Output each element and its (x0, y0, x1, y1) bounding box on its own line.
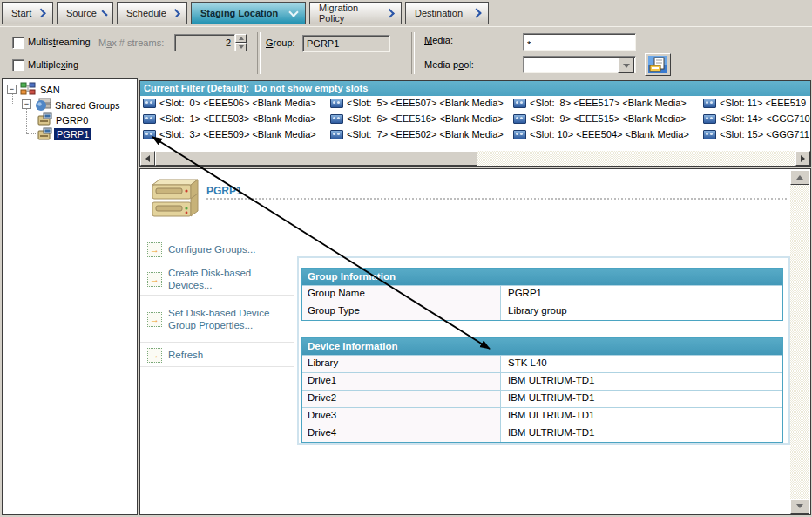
tab-staging-location[interactable]: Staging Location (191, 2, 306, 24)
slot-item[interactable]: <Slot: 8> <EEE517> <Blank Media> (513, 98, 687, 108)
table-row: Drive4 IBM ULTRIUM-TD1 (302, 425, 782, 442)
link-separator (140, 262, 294, 262)
horizontal-scrollbar[interactable] (140, 151, 810, 166)
scroll-left-icon[interactable] (140, 151, 155, 166)
set-disk-group-properties-link[interactable]: → Set Disk-based Device Group Properties… (142, 298, 288, 340)
table-row: Group Name PGRP1 (302, 285, 782, 303)
chevron-right-icon (172, 9, 180, 17)
slot-item[interactable]: <Slot: 10> <EEE504> <Blank Media> (513, 129, 689, 139)
slot-item[interactable]: <Slot: 5> <EEE507> <Blank Media> (330, 98, 504, 108)
link-separator (140, 366, 294, 367)
options-toolbar: Multistreaming Multiplexing Max # stream… (0, 26, 812, 79)
slot-item[interactable]: <Slot: 14> <GGG710 (703, 113, 810, 124)
document-folder-icon (648, 56, 667, 73)
media-pool-dropdown[interactable] (523, 56, 636, 73)
slot-item[interactable]: <Slot: 1> <EEE503> <Blank Media> (143, 113, 316, 124)
scroll-up-icon[interactable] (790, 170, 809, 185)
slot-item[interactable]: <Slot: 9> <EEE515> <Blank Media> (513, 113, 687, 124)
device-group-icon (37, 112, 53, 126)
media-cassette-icon (143, 99, 156, 108)
media-cassette-icon (513, 130, 526, 139)
media-cassette-icon (513, 99, 526, 108)
table-row: Library STK L40 (302, 355, 782, 372)
chevron-right-icon (471, 8, 481, 17)
action-arrow-icon: → (147, 348, 162, 363)
max-streams-input[interactable]: 2 (174, 34, 235, 51)
media-cassette-icon (330, 130, 343, 139)
toolbar-separator (411, 32, 415, 74)
slots-list-panel: Current Filter (Default): Do not show em… (139, 80, 811, 167)
chevron-right-icon (385, 9, 395, 18)
dropdown-arrow-icon[interactable] (618, 58, 634, 73)
table-row: Drive3 IBM ULTRIUM-TD1 (302, 407, 782, 425)
table-row: Drive2 IBM ULTRIUM-TD1 (302, 390, 782, 407)
tab-start[interactable]: Start (2, 2, 53, 24)
media-cassette-icon (703, 99, 716, 108)
scroll-down-icon[interactable] (790, 499, 809, 514)
scrollbar-thumb[interactable] (155, 151, 477, 166)
chevron-down-icon (288, 7, 298, 17)
collapse-toggle[interactable]: − (7, 85, 17, 94)
create-disk-devices-link[interactable]: → Create Disk-based Devices... (142, 265, 288, 293)
multistreaming-checkbox[interactable] (12, 37, 24, 49)
san-network-icon (20, 82, 37, 96)
tree-connector (27, 133, 36, 134)
vertical-scrollbar[interactable] (790, 170, 809, 514)
group-field: PGRP1 (302, 35, 390, 52)
tab-label: Source (66, 8, 97, 18)
tab-label: Start (11, 8, 31, 18)
title-divider (206, 198, 787, 200)
shared-groups-icon (35, 97, 52, 112)
group-title: PGRP1 (206, 185, 242, 197)
tree-item-pgrp0[interactable]: PGRP0 (56, 115, 88, 126)
tree-item-pgrp1-selected[interactable]: PGRP1 (54, 128, 91, 140)
tab-migration-policy[interactable]: Migration Policy (309, 2, 402, 24)
device-group-icon (37, 127, 53, 141)
tree-connector (26, 108, 27, 134)
tree-item-shared-groups[interactable]: Shared Groups (55, 100, 120, 111)
slot-item[interactable]: <Slot: 15> <GGG711 (703, 129, 809, 139)
media-input-value[interactable] (527, 37, 633, 51)
tab-label: Schedule (126, 8, 166, 18)
link-separator (140, 295, 294, 296)
max-streams-stepper[interactable] (235, 34, 247, 51)
group-information-table: Group Information Group Name PGRP1 Group… (301, 268, 783, 321)
action-arrow-icon: → (147, 242, 162, 257)
tree-item-san[interactable]: SAN (40, 85, 60, 95)
media-cassette-icon (703, 114, 716, 124)
slot-item[interactable]: <Slot: 0> <EEE506> <Blank Media> (143, 98, 316, 108)
tree-connector (12, 93, 13, 104)
tab-destination[interactable]: Destination (405, 2, 489, 24)
slot-item[interactable]: <Slot: 11> <EEE519 (703, 98, 806, 108)
media-input[interactable] (523, 33, 636, 51)
scroll-right-icon[interactable] (795, 151, 810, 166)
tree-connector (27, 119, 36, 119)
group-label: Group: (266, 37, 295, 48)
media-pool-browse-button[interactable] (645, 53, 671, 76)
configure-groups-link[interactable]: → Configure Groups... (142, 239, 288, 260)
drive-stack-icon (147, 178, 203, 221)
spin-up-icon[interactable] (235, 34, 247, 43)
refresh-link[interactable]: → Refresh (142, 345, 288, 364)
slot-item[interactable]: <Slot: 7> <EEE502> <Blank Media> (330, 129, 504, 139)
group-detail-pane: PGRP1 → Configure Groups... → Create Dis… (139, 168, 811, 515)
toolbar-separator (257, 32, 261, 74)
media-pool-label: Media pool: (424, 59, 474, 70)
media-cassette-icon (513, 114, 526, 124)
media-label: Media: (424, 35, 453, 45)
table-header: Group Information (302, 269, 782, 285)
slot-item[interactable]: <Slot: 3> <EEE509> <Blank Media> (143, 129, 316, 139)
wizard-tab-bar: Start Source Schedule Staging Location M… (0, 0, 812, 26)
device-information-table: Device Information Library STK L40 Drive… (301, 337, 783, 443)
tab-source[interactable]: Source (57, 2, 113, 24)
tab-schedule[interactable]: Schedule (117, 2, 187, 24)
multistreaming-label: Multistreaming (28, 37, 91, 47)
tab-label: Staging Location (200, 8, 278, 18)
spin-down-icon[interactable] (235, 43, 247, 51)
collapse-toggle[interactable]: − (22, 99, 31, 109)
multiplexing-checkbox[interactable] (12, 59, 24, 71)
action-arrow-icon: → (147, 312, 162, 327)
media-pool-value[interactable] (524, 58, 621, 73)
slot-item[interactable]: <Slot: 6> <EEE516> <Blank Media> (330, 113, 504, 124)
media-cassette-icon (330, 114, 343, 124)
